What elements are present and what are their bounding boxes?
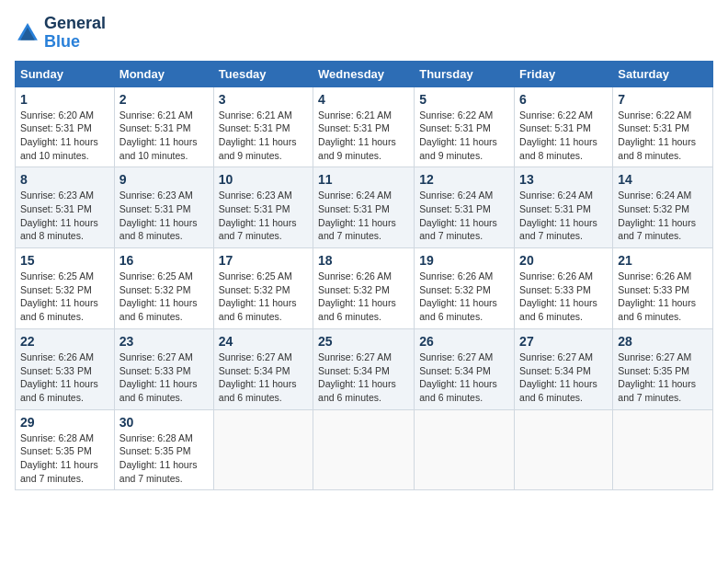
day-number: 3 [219,92,308,107]
day-info: Sunrise: 6:27 AMSunset: 5:34 PMDaylight:… [419,350,509,405]
col-header-sunday: Sunday [16,61,115,86]
day-number: 6 [519,92,608,107]
day-info: Sunrise: 6:25 AMSunset: 5:32 PMDaylight:… [219,270,308,324]
calendar-cell: 19Sunrise: 6:26 AMSunset: 5:32 PMDayligh… [415,248,515,329]
calendar-cell: 13Sunrise: 6:24 AMSunset: 5:31 PMDayligh… [515,167,613,248]
day-info: Sunrise: 6:28 AMSunset: 5:35 PMDaylight:… [119,431,209,486]
day-number: 11 [318,172,409,187]
day-number: 14 [618,172,708,187]
calendar-cell: 1Sunrise: 6:20 AMSunset: 5:31 PMDaylight… [16,86,115,167]
calendar-cell [613,409,713,490]
day-number: 8 [20,172,109,187]
day-number: 1 [20,92,109,107]
calendar-cell: 25Sunrise: 6:27 AMSunset: 5:34 PMDayligh… [313,328,415,409]
calendar-week-row: 22Sunrise: 6:26 AMSunset: 5:33 PMDayligh… [16,328,713,409]
day-number: 28 [618,334,708,349]
calendar-cell [313,409,415,490]
calendar-cell [515,409,613,490]
day-info: Sunrise: 6:26 AMSunset: 5:32 PMDaylight:… [419,270,509,324]
day-info: Sunrise: 6:23 AMSunset: 5:31 PMDaylight:… [20,189,109,243]
calendar-cell: 15Sunrise: 6:25 AMSunset: 5:32 PMDayligh… [16,248,115,329]
page-header: General Blue [15,15,713,52]
col-header-saturday: Saturday [613,61,713,86]
day-number: 25 [318,334,409,349]
calendar-cell: 3Sunrise: 6:21 AMSunset: 5:31 PMDaylight… [213,86,313,167]
calendar-cell [415,409,515,490]
day-number: 12 [419,172,509,187]
calendar-cell: 20Sunrise: 6:26 AMSunset: 5:33 PMDayligh… [515,248,613,329]
day-number: 17 [219,253,308,268]
day-info: Sunrise: 6:26 AMSunset: 5:33 PMDaylight:… [20,350,109,405]
day-number: 23 [119,334,209,349]
calendar-cell: 12Sunrise: 6:24 AMSunset: 5:31 PMDayligh… [415,167,515,248]
day-number: 18 [318,253,409,268]
day-info: Sunrise: 6:23 AMSunset: 5:31 PMDaylight:… [119,189,209,243]
calendar-cell: 21Sunrise: 6:26 AMSunset: 5:33 PMDayligh… [613,248,713,329]
day-number: 26 [419,334,509,349]
day-info: Sunrise: 6:24 AMSunset: 5:31 PMDaylight:… [419,189,509,243]
calendar-cell [213,409,313,490]
day-info: Sunrise: 6:26 AMSunset: 5:32 PMDaylight:… [318,270,409,324]
day-info: Sunrise: 6:26 AMSunset: 5:33 PMDaylight:… [519,270,608,324]
calendar-cell: 4Sunrise: 6:21 AMSunset: 5:31 PMDaylight… [313,86,415,167]
day-number: 5 [419,92,509,107]
calendar-cell: 26Sunrise: 6:27 AMSunset: 5:34 PMDayligh… [415,328,515,409]
day-info: Sunrise: 6:20 AMSunset: 5:31 PMDaylight:… [20,109,109,163]
day-info: Sunrise: 6:22 AMSunset: 5:31 PMDaylight:… [618,109,708,163]
day-info: Sunrise: 6:23 AMSunset: 5:31 PMDaylight:… [219,189,308,243]
day-number: 30 [119,415,209,430]
day-number: 24 [219,334,308,349]
calendar-cell: 10Sunrise: 6:23 AMSunset: 5:31 PMDayligh… [213,167,313,248]
day-info: Sunrise: 6:25 AMSunset: 5:32 PMDaylight:… [20,270,109,324]
day-number: 16 [119,253,209,268]
day-info: Sunrise: 6:28 AMSunset: 5:35 PMDaylight:… [20,431,109,486]
day-number: 4 [318,92,409,107]
calendar-cell: 8Sunrise: 6:23 AMSunset: 5:31 PMDaylight… [16,167,115,248]
calendar-week-row: 15Sunrise: 6:25 AMSunset: 5:32 PMDayligh… [16,248,713,329]
day-info: Sunrise: 6:27 AMSunset: 5:35 PMDaylight:… [618,350,708,405]
day-info: Sunrise: 6:25 AMSunset: 5:32 PMDaylight:… [119,270,209,324]
day-number: 13 [519,172,608,187]
logo: General Blue [15,15,106,52]
calendar-cell: 28Sunrise: 6:27 AMSunset: 5:35 PMDayligh… [613,328,713,409]
day-number: 15 [20,253,109,268]
day-number: 20 [519,253,608,268]
day-info: Sunrise: 6:22 AMSunset: 5:31 PMDaylight:… [519,109,608,163]
calendar-cell: 23Sunrise: 6:27 AMSunset: 5:33 PMDayligh… [114,328,213,409]
calendar-cell: 22Sunrise: 6:26 AMSunset: 5:33 PMDayligh… [16,328,115,409]
calendar-cell: 6Sunrise: 6:22 AMSunset: 5:31 PMDaylight… [515,86,613,167]
day-number: 19 [419,253,509,268]
calendar-cell: 24Sunrise: 6:27 AMSunset: 5:34 PMDayligh… [213,328,313,409]
day-info: Sunrise: 6:21 AMSunset: 5:31 PMDaylight:… [219,109,308,163]
day-number: 27 [519,334,608,349]
calendar-table: SundayMondayTuesdayWednesdayThursdayFrid… [15,61,713,491]
day-number: 2 [119,92,209,107]
calendar-cell: 27Sunrise: 6:27 AMSunset: 5:34 PMDayligh… [515,328,613,409]
calendar-cell: 29Sunrise: 6:28 AMSunset: 5:35 PMDayligh… [16,409,115,490]
day-number: 7 [618,92,708,107]
day-info: Sunrise: 6:22 AMSunset: 5:31 PMDaylight:… [419,109,509,163]
col-header-wednesday: Wednesday [313,61,415,86]
calendar-cell: 2Sunrise: 6:21 AMSunset: 5:31 PMDaylight… [114,86,213,167]
day-number: 10 [219,172,308,187]
col-header-thursday: Thursday [415,61,515,86]
calendar-cell: 9Sunrise: 6:23 AMSunset: 5:31 PMDaylight… [114,167,213,248]
calendar-cell: 30Sunrise: 6:28 AMSunset: 5:35 PMDayligh… [114,409,213,490]
calendar-cell: 17Sunrise: 6:25 AMSunset: 5:32 PMDayligh… [213,248,313,329]
col-header-friday: Friday [515,61,613,86]
calendar-header-row: SundayMondayTuesdayWednesdayThursdayFrid… [16,61,713,86]
day-info: Sunrise: 6:27 AMSunset: 5:33 PMDaylight:… [119,350,209,405]
calendar-cell: 14Sunrise: 6:24 AMSunset: 5:32 PMDayligh… [613,167,713,248]
day-info: Sunrise: 6:27 AMSunset: 5:34 PMDaylight:… [318,350,409,405]
day-info: Sunrise: 6:27 AMSunset: 5:34 PMDaylight:… [519,350,608,405]
day-info: Sunrise: 6:27 AMSunset: 5:34 PMDaylight:… [219,350,308,405]
calendar-cell: 16Sunrise: 6:25 AMSunset: 5:32 PMDayligh… [114,248,213,329]
logo-text: General Blue [44,15,106,52]
calendar-week-row: 8Sunrise: 6:23 AMSunset: 5:31 PMDaylight… [16,167,713,248]
calendar-cell: 18Sunrise: 6:26 AMSunset: 5:32 PMDayligh… [313,248,415,329]
day-info: Sunrise: 6:21 AMSunset: 5:31 PMDaylight:… [119,109,209,163]
calendar-week-row: 29Sunrise: 6:28 AMSunset: 5:35 PMDayligh… [16,409,713,490]
col-header-tuesday: Tuesday [213,61,313,86]
day-info: Sunrise: 6:24 AMSunset: 5:31 PMDaylight:… [318,189,409,243]
calendar-week-row: 1Sunrise: 6:20 AMSunset: 5:31 PMDaylight… [16,86,713,167]
